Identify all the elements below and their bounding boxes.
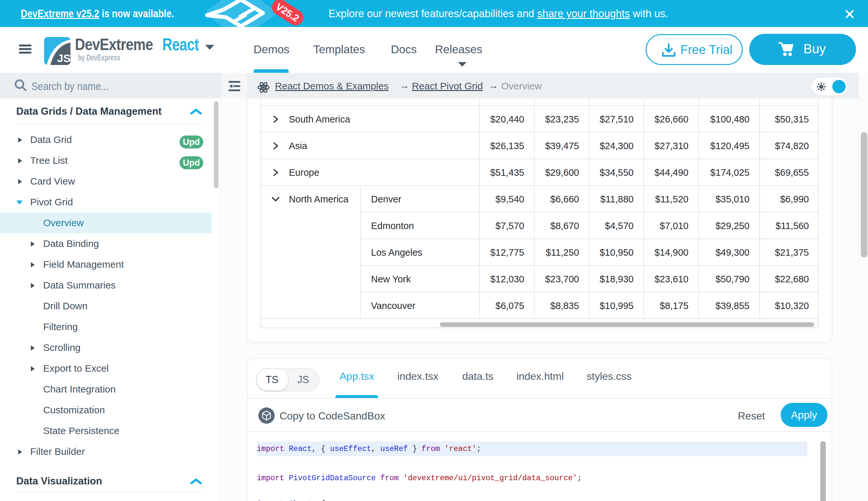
svg-text:JS: JS	[57, 52, 70, 64]
